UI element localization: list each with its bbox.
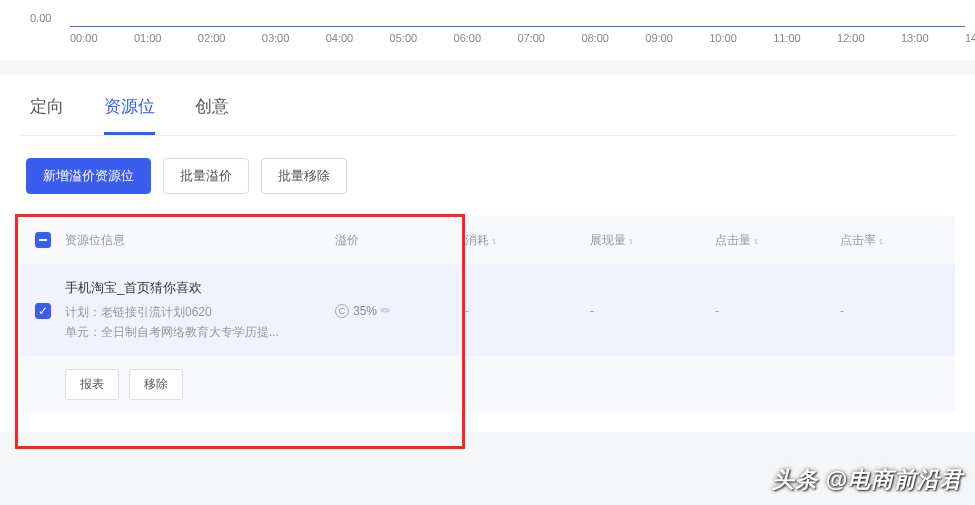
sort-icon: ↑↓ [628,236,631,246]
cell-impressions: - [580,304,705,318]
tab-placement[interactable]: 资源位 [104,95,155,135]
cell-ctr: - [830,304,955,318]
col-header-clicks[interactable]: 点击量↑↓ [705,232,830,249]
tab-creative[interactable]: 创意 [195,95,229,135]
add-placement-button[interactable]: 新增溢价资源位 [26,158,151,194]
sort-icon: ↑↓ [753,236,756,246]
report-button[interactable]: 报表 [65,369,119,400]
bulk-premium-button[interactable]: 批量溢价 [163,158,249,194]
placement-info: 手机淘宝_首页猜你喜欢 计划：老链接引流计划0620 单元：全日制自考网络教育大… [65,279,335,343]
tabs: 定向 资源位 创意 [20,75,955,136]
y-axis-tick: 0.00 [30,12,51,24]
table: 资源位信息 溢价 消耗↑↓ 展现量↑↓ 点击量↑↓ 点击率↑↓ 手机淘宝_首页猜… [20,216,955,412]
table-row: 手机淘宝_首页猜你喜欢 计划：老链接引流计划0620 单元：全日制自考网络教育大… [20,264,955,356]
x-axis-ticks: 00:0001:0002:0003:0004:0005:0006:0007:00… [70,32,965,44]
col-header-info: 资源位信息 [65,232,335,249]
table-footer: 报表 移除 [20,356,955,412]
placement-unit: 单元：全日制自考网络教育大专学历提... [65,322,325,342]
sort-icon: ↑↓ [878,236,881,246]
premium-value[interactable]: C 35% ✎ [335,304,391,318]
chart-line [70,26,965,27]
chart-area: 0.00 00:0001:0002:0003:0004:0005:0006:00… [0,0,975,60]
select-all-checkbox[interactable] [35,232,51,248]
col-header-premium: 溢价 [335,232,455,249]
remove-button[interactable]: 移除 [129,369,183,400]
cell-clicks: - [705,304,830,318]
col-header-ctr[interactable]: 点击率↑↓ [830,232,955,249]
table-header: 资源位信息 溢价 消耗↑↓ 展现量↑↓ 点击量↑↓ 点击率↑↓ [20,216,955,264]
main-panel: 定向 资源位 创意 新增溢价资源位 批量溢价 批量移除 资源位信息 溢价 消耗↑… [0,75,975,432]
placement-title: 手机淘宝_首页猜你喜欢 [65,279,325,297]
cell-spend: - [455,304,580,318]
watermark: 头条 @电商前沿君 [772,465,963,495]
col-header-spend[interactable]: 消耗↑↓ [455,232,580,249]
sort-icon: ↑↓ [491,236,494,246]
placement-plan: 计划：老链接引流计划0620 [65,302,325,322]
tab-targeting[interactable]: 定向 [30,95,64,135]
row-checkbox[interactable] [35,303,51,319]
c-badge-icon: C [335,304,349,318]
edit-icon: ✎ [378,303,395,320]
toolbar: 新增溢价资源位 批量溢价 批量移除 [26,158,955,194]
bulk-remove-button[interactable]: 批量移除 [261,158,347,194]
col-header-impressions[interactable]: 展现量↑↓ [580,232,705,249]
